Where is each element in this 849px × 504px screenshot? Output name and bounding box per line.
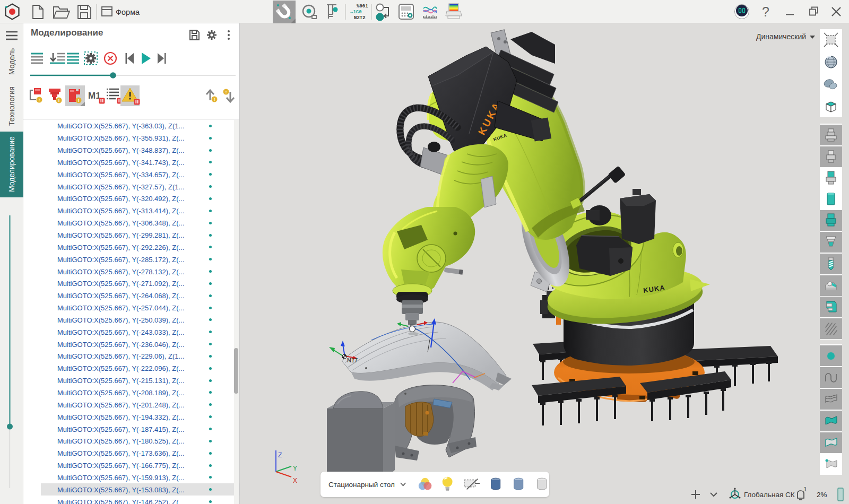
svg-text:→1G0: →1G0 <box>350 10 362 15</box>
svg-text:X: X <box>293 477 297 484</box>
svg-text:Глобальная СК: Глобальная СК <box>744 491 795 499</box>
svg-text:Z: Z <box>278 451 282 459</box>
svg-text:N2T2: N2T2 <box>354 15 366 21</box>
svg-text:2%: 2% <box>817 491 827 499</box>
svg-text:Форма: Форма <box>116 8 140 16</box>
svg-text:M1: M1 <box>88 91 101 101</box>
svg-text:1: 1 <box>803 487 807 493</box>
svg-text:Y: Y <box>293 465 297 472</box>
svg-text:?: ? <box>762 4 769 19</box>
svg-text:%001: %001 <box>357 4 368 9</box>
svg-text:N17: N17 <box>347 357 358 363</box>
